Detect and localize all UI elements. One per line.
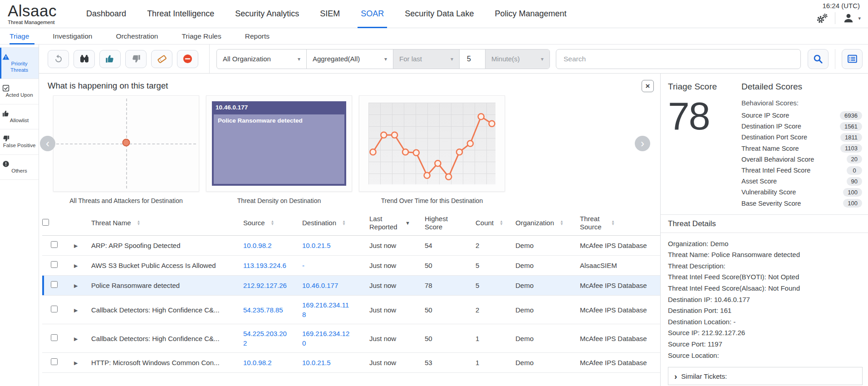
trend-chart-card[interactable] — [359, 95, 505, 192]
col-threat-name: Threat Name — [91, 219, 131, 227]
list-view-button[interactable] — [842, 49, 863, 69]
score-row: Destination IP Score 1561 — [741, 121, 862, 132]
destination-ip-link[interactable]: - — [302, 262, 304, 269]
row-checkbox[interactable] — [51, 306, 58, 312]
user-menu-caret-icon[interactable]: ▾ — [858, 15, 861, 21]
scatter-point[interactable] — [123, 139, 130, 146]
nav-item-policy-management[interactable]: Policy Management — [484, 0, 577, 28]
threat-source-cell: McAfee IPS Database — [580, 353, 660, 373]
row-checkbox[interactable] — [51, 281, 58, 288]
col-organization: Organization — [515, 219, 554, 227]
sort-threat-source[interactable]: ▲▼ — [611, 220, 615, 226]
destination-ip-link[interactable]: 169.216.234.120 — [302, 330, 349, 347]
threat-row[interactable]: ▶ Callback Detectors: High Confidence C&… — [42, 324, 660, 353]
carousel-next-button[interactable]: › — [635, 136, 650, 151]
sort-destination[interactable]: ▲▼ — [342, 220, 346, 226]
row-checkbox[interactable] — [51, 241, 58, 248]
tab-reports[interactable]: Reports — [233, 28, 281, 45]
row-checkbox[interactable] — [51, 358, 58, 365]
scatter-chart-card[interactable] — [53, 95, 199, 192]
source-ip-link[interactable]: 54.225.203.202 — [243, 330, 287, 347]
lookup-button[interactable] — [74, 50, 95, 68]
range-value-input[interactable] — [460, 49, 485, 69]
sidebar-item-priority-threats[interactable]: Priority Threats — [0, 47, 39, 79]
range-mode-dropdown[interactable]: For last ▾ — [393, 49, 460, 69]
brand-logo[interactable]: Alsaac Threat Management — [8, 3, 57, 25]
col-threat-source: Threat Source — [580, 215, 605, 231]
range-unit-dropdown[interactable]: Minute(s) ▾ — [485, 49, 549, 69]
nav-item-threat-intelligence[interactable]: Threat Intelligence — [137, 0, 225, 28]
nav-item-dashboard[interactable]: Dashboard — [76, 0, 137, 28]
row-expander-icon[interactable]: ▶ — [69, 243, 78, 248]
search-input[interactable] — [556, 49, 801, 69]
sort-threat-name[interactable]: ▲▼ — [137, 220, 141, 226]
aggregation-filter-dropdown[interactable]: Aggregated(All) ▾ — [307, 49, 393, 69]
threat-name-cell: Police Ransomware detected — [91, 276, 243, 296]
refresh-button[interactable] — [48, 50, 69, 68]
block-icon — [182, 54, 193, 64]
close-carousel-button[interactable]: × — [642, 80, 654, 92]
threat-row[interactable]: ▶ HTTP: Microsoft Windows Common Con... … — [42, 353, 660, 373]
threat-name-cell: HTTP: Microsoft Windows Common Con... — [91, 353, 243, 373]
block-button[interactable] — [177, 50, 198, 68]
carousel-title: What is happening on this target — [48, 81, 168, 91]
row-expander-icon[interactable]: ▶ — [69, 263, 78, 268]
destination-ip-link[interactable]: 10.46.0.177 — [302, 282, 338, 289]
threat-row[interactable]: ▶ AWS S3 Bucket Public Access Is Allowed… — [42, 256, 660, 276]
col-highest-score: Highest Score — [425, 215, 452, 231]
score-label: Destination IP Score — [741, 123, 801, 130]
sidebar-item-acted-upon[interactable]: Acted Upon — [0, 79, 39, 104]
treemap-inner-node[interactable]: Police Ransomware detected — [214, 114, 344, 184]
sort-count[interactable]: ▲▼ — [500, 220, 503, 226]
tab-triage-rules[interactable]: Triage Rules — [170, 28, 233, 45]
ticket-button[interactable] — [151, 50, 172, 68]
sort-organization[interactable]: ▲▼ — [560, 220, 564, 226]
organization-filter-dropdown[interactable]: All Organization ▾ — [217, 49, 307, 69]
row-checkbox[interactable] — [51, 334, 58, 341]
highest-score-cell: 50 — [425, 256, 476, 276]
detail-line: Source IP: 212.92.127.26 — [668, 327, 863, 339]
threat-row-selected[interactable]: ▶ Police Ransomware detected 212.92.127.… — [42, 276, 660, 296]
row-expander-icon[interactable]: ▶ — [69, 283, 78, 288]
treemap-outer-node[interactable]: 10.46.0.177 Police Ransomware detected — [212, 101, 346, 186]
search-button[interactable] — [808, 49, 829, 69]
row-expander-icon[interactable]: ▶ — [69, 336, 78, 341]
sidebar-item-allowlist[interactable]: Allowlist — [0, 104, 39, 130]
score-badge: 100 — [843, 199, 862, 208]
nav-item-soar[interactable]: SOAR — [350, 0, 394, 28]
sidebar-item-others[interactable]: Others — [0, 155, 39, 180]
triage-score-panel: Triage Score 78 Detailed Scores Behavior… — [660, 74, 868, 386]
detail-line: Source Port: 1197 — [668, 339, 863, 350]
reject-button[interactable] — [125, 50, 147, 68]
destination-ip-link[interactable]: 10.0.21.5 — [302, 242, 331, 249]
threat-row[interactable]: ▶ ARP: ARP Spoofing Detected 10.0.98.2 1… — [42, 236, 660, 256]
source-ip-link[interactable]: 10.0.98.2 — [243, 242, 272, 249]
tab-triage[interactable]: Triage — [10, 28, 41, 45]
sort-source[interactable]: ▲▼ — [271, 220, 275, 226]
similar-tickets-expander[interactable]: › Similar Tickets: — [668, 367, 863, 385]
threat-row[interactable]: ▶ Callback Detectors: High Confidence C&… — [42, 296, 660, 324]
score-label: Destination Port Score — [741, 134, 807, 141]
carousel-prev-button[interactable]: ‹ — [40, 136, 55, 151]
source-ip-link[interactable]: 212.92.127.26 — [243, 282, 287, 289]
source-ip-link[interactable]: 113.193.224.6 — [243, 262, 286, 269]
destination-ip-link[interactable]: 10.0.21.5 — [302, 359, 331, 366]
nav-item-security-data-lake[interactable]: Security Data Lake — [394, 0, 484, 28]
tab-orchestration[interactable]: Orchestration — [104, 28, 170, 45]
tab-investigation[interactable]: Investigation — [41, 28, 104, 45]
source-ip-link[interactable]: 10.0.98.2 — [243, 359, 272, 366]
row-expander-icon[interactable]: ▶ — [69, 360, 78, 366]
nav-item-siem[interactable]: SIEM — [309, 0, 350, 28]
source-ip-link[interactable]: 54.235.78.85 — [243, 306, 283, 314]
row-checkbox[interactable] — [51, 261, 58, 268]
sort-last-reported-desc-icon[interactable]: ▼ — [405, 221, 410, 226]
sidebar-item-false-positive[interactable]: False Positive — [0, 129, 39, 155]
user-icon[interactable] — [842, 11, 855, 25]
row-expander-icon[interactable]: ▶ — [69, 307, 78, 313]
nav-item-security-analytics[interactable]: Security Analytics — [225, 0, 309, 28]
settings-gears-icon[interactable] — [815, 11, 829, 25]
approve-button[interactable] — [99, 50, 121, 68]
destination-ip-link[interactable]: 169.216.234.118 — [302, 301, 349, 318]
select-all-checkbox[interactable] — [42, 219, 49, 226]
treemap-chart-card[interactable]: 10.46.0.177 Police Ransomware detected — [206, 95, 352, 192]
